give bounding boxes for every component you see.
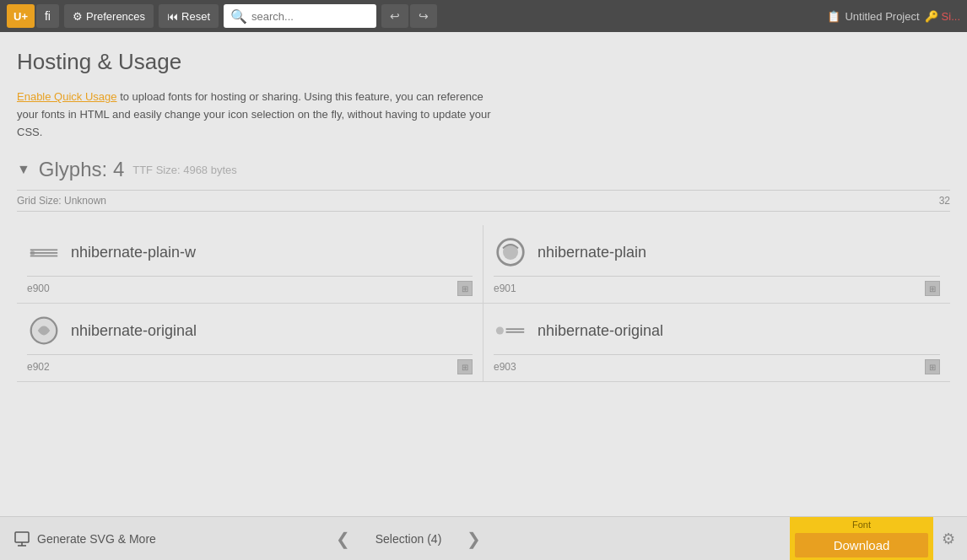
glyph-name-2: nhibernate-original xyxy=(71,322,197,340)
download-section: Font Download ⚙ xyxy=(790,517,967,561)
search-icon: 🔍 xyxy=(230,8,247,24)
glyph-name-1: nhibernate-plain xyxy=(538,244,646,261)
settings-gear-icon: ⚙ xyxy=(942,530,955,548)
svg-rect-0 xyxy=(30,250,57,251)
glyph-card-2[interactable]: nhibernate-original e902 ⊞ xyxy=(17,304,484,382)
signin-label: Si... xyxy=(942,10,960,23)
glyphs-header: ▼ Glyphs: 4 TTF Size: 4968 bytes xyxy=(17,158,950,181)
glyph-card-3[interactable]: nhibernate-original e903 ⊞ xyxy=(484,304,950,382)
project-icon: 📋 xyxy=(827,10,840,23)
svg-point-8 xyxy=(496,327,504,335)
collapse-chevron-icon[interactable]: ▼ xyxy=(17,162,30,177)
glyph-grid-indicator-1: ⊞ xyxy=(925,281,940,296)
logo-fi-button[interactable]: fi xyxy=(36,4,59,28)
svg-rect-9 xyxy=(506,329,525,331)
generate-svg-icon xyxy=(14,530,30,547)
signin-icon: 🔑 xyxy=(925,10,938,23)
search-box[interactable]: 🔍 xyxy=(224,4,376,28)
undo-button[interactable]: ↩ xyxy=(381,4,408,28)
download-panel: Font Download xyxy=(790,517,933,561)
info-paragraph: Enable Quick Usage to upload fonts for h… xyxy=(17,89,506,141)
glyph-name-0: nhibernate-plain-w xyxy=(71,244,196,261)
grid-size-label: Grid Size: Unknown xyxy=(17,195,106,207)
page-title: Hosting & Usage xyxy=(17,49,950,75)
download-button[interactable]: Download xyxy=(795,533,928,557)
glyph-grid-indicator-2: ⊞ xyxy=(457,359,473,374)
grid-size-number: 32 xyxy=(939,195,950,207)
logo-group: U+ fi xyxy=(7,4,59,28)
next-arrow-button[interactable]: ❯ xyxy=(458,529,489,549)
svg-rect-2 xyxy=(30,256,57,257)
project-label: Untitled Project xyxy=(845,10,919,23)
glyphs-count-title: Glyphs: 4 xyxy=(39,158,124,181)
enable-quick-usage-link[interactable]: Enable Quick Usage xyxy=(17,90,117,103)
prev-arrow-button[interactable]: ❮ xyxy=(327,529,359,549)
reset-icon: ⏮ xyxy=(167,10,178,23)
bottom-bar: Generate SVG & More ❮ Selection (4) ❯ Fo… xyxy=(0,516,967,560)
generate-svg-section[interactable]: Generate SVG & More xyxy=(0,530,311,547)
gear-icon: ⚙ xyxy=(73,10,83,23)
font-label: Font xyxy=(790,517,933,531)
selection-label: Selection (4) xyxy=(375,532,442,546)
signin-button[interactable]: 🔑 Si... xyxy=(925,10,960,23)
glyph-top-1: nhibernate-plain xyxy=(494,235,940,269)
glyph-footer-3: e903 ⊞ xyxy=(494,354,940,374)
preferences-button[interactable]: ⚙ Preferences xyxy=(64,4,154,28)
project-info: 📋 Untitled Project xyxy=(827,10,919,23)
glyph-card-1[interactable]: nhibernate-plain e901 ⊞ xyxy=(484,225,950,304)
reset-button[interactable]: ⏮ Reset xyxy=(159,4,219,28)
glyph-icon-2 xyxy=(27,314,61,347)
glyph-card-0[interactable]: nhibernate-plain-w e900 ⊞ xyxy=(17,225,484,304)
glyph-top-0: nhibernate-plain-w xyxy=(27,235,473,269)
grid-size-row: Grid Size: Unknown 32 xyxy=(17,190,950,212)
glyph-name-3: nhibernate-original xyxy=(538,322,663,340)
logo-u-button[interactable]: U+ xyxy=(7,4,35,28)
glyph-code-0: e900 xyxy=(27,283,50,294)
search-input[interactable] xyxy=(251,10,370,23)
undo-redo-group: ↩ ↪ xyxy=(381,4,437,28)
svg-rect-10 xyxy=(506,331,525,333)
svg-point-3 xyxy=(30,251,35,256)
glyph-code-3: e903 xyxy=(494,361,516,373)
glyph-top-3: nhibernate-original xyxy=(494,314,940,347)
ttf-size-label: TTF Size: 4968 bytes xyxy=(132,164,237,176)
glyph-icon-1 xyxy=(494,235,527,269)
glyph-top-2: nhibernate-original xyxy=(27,314,473,347)
svg-rect-11 xyxy=(15,532,29,542)
main-content: Hosting & Usage Enable Quick Usage to up… xyxy=(0,32,967,382)
generate-svg-label: Generate SVG & More xyxy=(37,532,156,546)
glyph-grid-indicator-3: ⊞ xyxy=(925,359,940,374)
glyph-code-1: e901 xyxy=(494,283,516,294)
glyph-code-2: e902 xyxy=(27,361,50,373)
download-settings-button[interactable]: ⚙ xyxy=(933,517,964,561)
glyph-footer-2: e902 ⊞ xyxy=(27,354,473,374)
glyph-icon-3 xyxy=(494,314,527,347)
glyph-footer-1: e901 ⊞ xyxy=(494,276,940,296)
glyph-footer-0: e900 ⊞ xyxy=(27,276,473,296)
glyph-icon-0 xyxy=(27,235,61,269)
redo-button[interactable]: ↪ xyxy=(410,4,437,28)
top-navigation: U+ fi ⚙ Preferences ⏮ Reset 🔍 ↩ ↪ 📋 Unti… xyxy=(0,0,967,32)
glyph-grid-indicator-0: ⊞ xyxy=(457,281,473,296)
glyph-grid: nhibernate-plain-w e900 ⊞ nhibernate-pla… xyxy=(17,225,950,382)
bottom-center-section: ❮ Selection (4) ❯ xyxy=(311,529,507,549)
